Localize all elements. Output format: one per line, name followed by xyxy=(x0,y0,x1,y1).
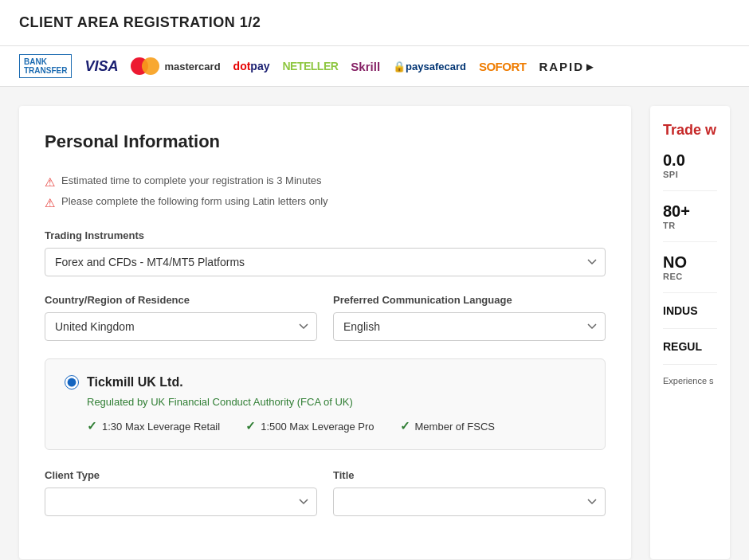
country-language-row: Country/Region of Residence United Kingd… xyxy=(45,294,606,358)
stat-value-4: REGUL xyxy=(663,340,717,353)
notice-2: ⚠ Please complete the following form usi… xyxy=(45,195,606,211)
paysafecard-logo: 🔒 paysafecard xyxy=(393,61,466,72)
stat-value-2: NO xyxy=(663,253,717,272)
sidebar: Trade w 0.0 SPI 80+ TR NO REC INDUS REGU… xyxy=(650,106,730,559)
neteller-logo: NETELLER xyxy=(282,60,338,72)
entity-feature-2: ✓ Member of FSCS xyxy=(400,419,495,433)
sofort-logo: SOFORT xyxy=(479,60,527,73)
stat-value-1: 80+ xyxy=(663,202,717,221)
client-type-group: Client Type xyxy=(45,469,317,516)
entity-card: Tickmill UK Ltd. Regulated by UK Financi… xyxy=(45,358,606,450)
sidebar-title: Trade w xyxy=(663,122,717,139)
check-icon-1: ✓ xyxy=(245,419,256,433)
title-label: Title xyxy=(333,469,606,481)
feature-text-2: Member of FSCS xyxy=(415,421,495,433)
language-select[interactable]: English German French Spanish Arabic xyxy=(333,312,606,341)
entity-feature-1: ✓ 1:500 Max Leverage Pro xyxy=(245,419,374,433)
country-label: Country/Region of Residence xyxy=(45,294,317,306)
bank-transfer-logo: BANKTRANSFER xyxy=(19,54,72,78)
rapid-logo: RAPID► xyxy=(539,60,598,73)
notice-icon-2: ⚠ xyxy=(45,195,55,211)
title-group: Title xyxy=(333,469,606,516)
stat-label-2: REC xyxy=(663,272,717,281)
language-group: Preferred Communication Language English… xyxy=(333,294,606,341)
feature-text-0: 1:30 Max Leverage Retail xyxy=(102,421,220,433)
visa-logo: VISA xyxy=(84,58,118,75)
entity-features: ✓ 1:30 Max Leverage Retail ✓ 1:500 Max L… xyxy=(87,419,586,433)
page-header: CLIENT AREA REGISTRATION 1/2 xyxy=(0,0,749,46)
check-icon-0: ✓ xyxy=(87,419,97,433)
stat-value-3: INDUS xyxy=(663,304,717,317)
sidebar-stat-0: 0.0 SPI xyxy=(663,151,717,191)
client-type-label: Client Type xyxy=(45,469,317,481)
country-select[interactable]: United Kingdom United States Germany Fra… xyxy=(45,312,317,341)
stat-label-0: SPI xyxy=(663,170,717,179)
form-panel: Personal Information ⚠ Estimated time to… xyxy=(19,106,631,559)
skrill-logo: Skrill xyxy=(351,60,380,73)
stat-label-1: TR xyxy=(663,221,717,230)
dotpay-logo: dotpay xyxy=(233,60,270,72)
entity-radio[interactable] xyxy=(65,375,79,390)
sidebar-experience: Experience s xyxy=(663,376,717,386)
trading-instruments-group: Trading Instruments Forex and CFDs - MT4… xyxy=(45,229,606,276)
trading-instruments-label: Trading Instruments xyxy=(45,229,606,241)
notice-text-2: Please complete the following form using… xyxy=(61,195,328,207)
sidebar-stat-3: INDUS xyxy=(663,304,717,329)
main-layout: Personal Information ⚠ Estimated time to… xyxy=(0,87,749,560)
entity-header: Tickmill UK Ltd. xyxy=(65,375,586,390)
form-title: Personal Information xyxy=(45,131,606,152)
country-group: Country/Region of Residence United Kingd… xyxy=(45,294,317,341)
sidebar-stat-1: 80+ TR xyxy=(663,202,717,242)
feature-text-1: 1:500 Max Leverage Pro xyxy=(261,421,374,433)
sidebar-stat-4: REGUL xyxy=(663,340,717,365)
entity-regulated: Regulated by UK Financial Conduct Author… xyxy=(87,396,586,408)
mastercard-logo: mastercard xyxy=(131,57,220,75)
notice-icon-1: ⚠ xyxy=(45,174,55,190)
entity-feature-0: ✓ 1:30 Max Leverage Retail xyxy=(87,419,220,433)
notice-block: ⚠ Estimated time to complete your regist… xyxy=(45,174,606,210)
trading-instruments-select[interactable]: Forex and CFDs - MT4/MT5 Platforms Forex… xyxy=(45,248,606,276)
notice-text-1: Estimated time to complete your registra… xyxy=(61,174,322,186)
bottom-fields-row: Client Type Title xyxy=(45,469,606,534)
page-title: CLIENT AREA REGISTRATION 1/2 xyxy=(19,14,730,31)
client-type-select[interactable] xyxy=(45,488,317,516)
entity-name: Tickmill UK Ltd. xyxy=(87,375,183,390)
check-icon-2: ✓ xyxy=(400,419,410,433)
notice-1: ⚠ Estimated time to complete your regist… xyxy=(45,174,606,190)
title-select[interactable] xyxy=(333,488,606,516)
language-label: Preferred Communication Language xyxy=(333,294,606,306)
stat-value-0: 0.0 xyxy=(663,151,717,170)
sidebar-stat-2: NO REC xyxy=(663,253,717,293)
payment-bar: BANKTRANSFER VISA mastercard dotpay NETE… xyxy=(0,46,749,87)
